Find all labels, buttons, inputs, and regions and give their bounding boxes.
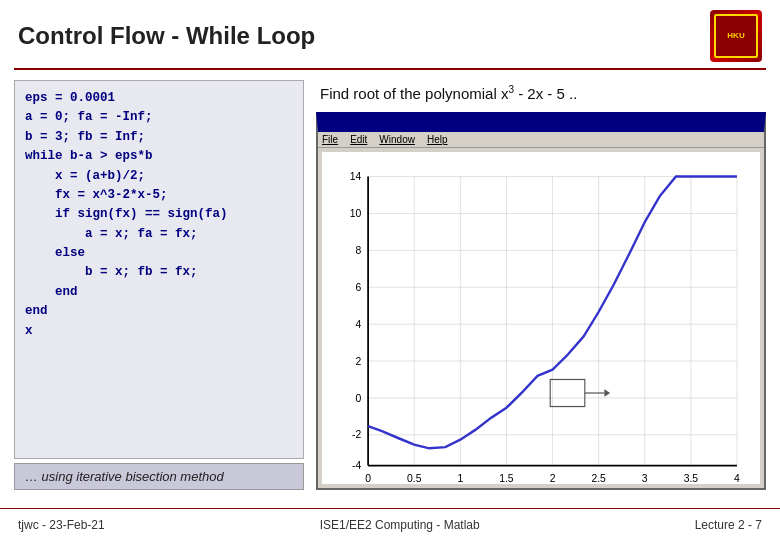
code-line-8: a = x; fa = fx; [25, 225, 293, 244]
code-line-13: x [25, 322, 293, 341]
svg-text:0.5: 0.5 [407, 471, 421, 483]
svg-text:8: 8 [355, 244, 361, 256]
matlab-menubar: File Edit Window Help [318, 132, 764, 148]
svg-text:2: 2 [355, 354, 361, 366]
svg-text:0: 0 [365, 471, 371, 483]
code-line-2: a = 0; fa = -Inf; [25, 108, 293, 127]
svg-text:10: 10 [350, 207, 362, 219]
svg-text:2.5: 2.5 [591, 471, 605, 483]
code-line-9: else [25, 244, 293, 263]
menu-help[interactable]: Help [427, 134, 448, 145]
caption-bar: … using iterative bisection method [14, 463, 304, 490]
chart-svg: 14 10 8 6 4 2 0 -2 -4 0 0.5 1 1.5 2 2.5 [322, 152, 760, 484]
header: Control Flow - While Loop HKU [0, 0, 780, 68]
close-button[interactable]: × [748, 117, 760, 129]
polynomial-prefix: Find root of the polynomial x [320, 85, 508, 102]
svg-text:4: 4 [734, 471, 740, 483]
code-line-10: b = x; fb = fx; [25, 263, 293, 282]
svg-text:0: 0 [355, 391, 361, 403]
menu-window[interactable]: Window [379, 134, 415, 145]
svg-text:6: 6 [355, 281, 361, 293]
page-title: Control Flow - While Loop [18, 22, 315, 50]
code-line-4: while b-a > eps*b [25, 147, 293, 166]
svg-rect-38 [550, 379, 585, 406]
code-line-1: eps = 0.0001 [25, 89, 293, 108]
code-panel: eps = 0.0001 a = 0; fa = -Inf; b = 3; fb… [14, 80, 304, 490]
code-line-12: end [25, 302, 293, 321]
code-line-11: end [25, 283, 293, 302]
right-panel: Find root of the polynomial x3 - 2x - 5 … [316, 80, 766, 490]
menu-file[interactable]: File [322, 134, 338, 145]
main-content: eps = 0.0001 a = 0; fa = -Inf; b = 3; fb… [0, 70, 780, 500]
logo-text: HKU [727, 32, 744, 41]
code-line-5: x = (a+b)/2; [25, 167, 293, 186]
matlab-window-buttons: _ □ × [720, 117, 760, 129]
svg-text:2: 2 [550, 471, 556, 483]
footer-center: ISE1/EE2 Computing - Matlab [320, 518, 480, 532]
code-line-3: b = 3; fb = Inf; [25, 128, 293, 147]
svg-text:14: 14 [350, 170, 362, 182]
svg-text:3: 3 [642, 471, 648, 483]
svg-text:1.5: 1.5 [499, 471, 513, 483]
footer: tjwc - 23-Feb-21 ISE1/EE2 Computing - Ma… [0, 508, 780, 540]
menu-edit[interactable]: Edit [350, 134, 367, 145]
footer-right: Lecture 2 - 7 [695, 518, 762, 532]
svg-text:-4: -4 [352, 459, 361, 471]
svg-text:1: 1 [457, 471, 463, 483]
matlab-window: Figure No. 1 _ □ × File Edit Window Help [316, 112, 766, 490]
university-logo: HKU [710, 10, 762, 62]
code-line-7: if sign(fx) == sign(fa) [25, 205, 293, 224]
polynomial-rest: - 2x - 5 .. [514, 85, 577, 102]
svg-marker-40 [604, 389, 610, 396]
svg-text:3.5: 3.5 [684, 471, 698, 483]
caption-text: … using iterative bisection method [25, 469, 224, 484]
minimize-button[interactable]: _ [720, 117, 732, 129]
maximize-button[interactable]: □ [734, 117, 746, 129]
svg-text:-2: -2 [352, 428, 361, 440]
footer-left: tjwc - 23-Feb-21 [18, 518, 105, 532]
plot-area: 14 10 8 6 4 2 0 -2 -4 0 0.5 1 1.5 2 2.5 [322, 152, 760, 484]
matlab-titlebar: Figure No. 1 _ □ × [318, 114, 764, 132]
code-block: eps = 0.0001 a = 0; fa = -Inf; b = 3; fb… [14, 80, 304, 459]
matlab-window-title: Figure No. 1 [322, 118, 377, 129]
svg-text:4: 4 [355, 318, 361, 330]
polynomial-label: Find root of the polynomial x3 - 2x - 5 … [316, 80, 766, 104]
code-line-6: fx = x^3-2*x-5; [25, 186, 293, 205]
